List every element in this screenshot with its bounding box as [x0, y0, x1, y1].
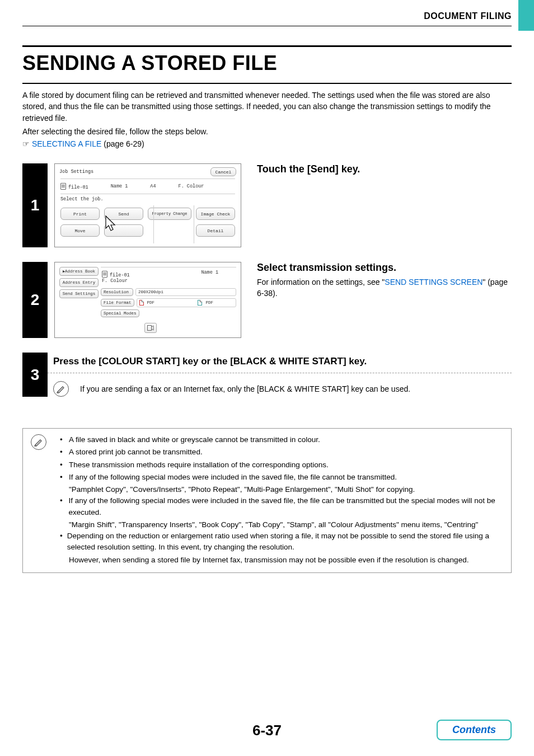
- intro-paragraph-1: A file stored by document filing can be …: [22, 90, 512, 124]
- resolution-button[interactable]: Resolution: [101, 288, 133, 296]
- s2-name: Name 1: [201, 270, 218, 278]
- pointer-icon: ☞: [22, 140, 30, 148]
- notes-box: •A file saved in black and white or grey…: [22, 428, 512, 573]
- note-icon: [31, 434, 46, 450]
- resolution-value: 200X200dpi: [135, 288, 236, 296]
- step-2: 2 ▶Address Book Address Entry Send Setti…: [22, 262, 512, 338]
- step-1-screenshot: Job Settings Cancel file-01 Name 1 A4 F.…: [54, 163, 241, 247]
- note-bullet-2: A stored print job cannot be transmitted…: [69, 447, 203, 458]
- dashed-rule: [48, 373, 512, 373]
- page-number: 6-37: [252, 722, 282, 739]
- step-1: 1 Job Settings Cancel file-01 Name 1 A4 …: [22, 163, 512, 247]
- detail-button[interactable]: Detail: [196, 224, 235, 237]
- s2-file: file-01: [110, 273, 130, 278]
- property-change-button[interactable]: Property Change: [148, 208, 191, 220]
- note-bullet-6: Depending on the reduction or enlargemen…: [67, 530, 503, 553]
- note-bullet-3: These transmission methods require insta…: [69, 459, 329, 471]
- title-rule-bottom: [22, 83, 512, 84]
- move-button[interactable]: Move: [60, 224, 100, 237]
- cancel-button[interactable]: Cancel: [210, 167, 236, 176]
- screen-title: Job Settings: [59, 169, 93, 175]
- pdf-icon: [139, 300, 144, 306]
- intro-paragraph-2: After selecting the desired file, follow…: [22, 126, 512, 137]
- svg-rect-0: [148, 326, 152, 331]
- step-2-title: Select transmission settings.: [257, 262, 512, 274]
- step-1-number: 1: [22, 163, 48, 247]
- send-button[interactable]: Send: [104, 208, 143, 220]
- xref-suffix: (page 6-29): [101, 139, 144, 148]
- section-header: DOCUMENT FILING: [22, 11, 512, 21]
- step-3-title: Press the [COLOUR START] key or the [BLA…: [53, 356, 367, 367]
- preview-icon-button[interactable]: [144, 323, 157, 333]
- print-button[interactable]: Print: [60, 208, 100, 220]
- file-icon: [102, 271, 107, 278]
- step-2-text: For information on the settings, see "SE…: [257, 277, 512, 299]
- send-settings-link[interactable]: SEND SETTINGS SCREEN: [385, 278, 483, 287]
- step-2-screenshot: ▶Address Book Address Entry Send Setting…: [54, 262, 241, 338]
- step-3: 3 Press the [COLOUR START] key or the [B…: [22, 353, 512, 397]
- file-size: A4: [150, 184, 156, 189]
- delete-button[interactable]: [104, 224, 143, 237]
- step-1-title: Touch the [Send] key.: [257, 163, 512, 175]
- note-bullet-5: If any of the following special modes we…: [68, 495, 503, 518]
- file-colour: F. Colour: [179, 184, 204, 189]
- step-2-number: 2: [22, 262, 48, 338]
- file-format-button[interactable]: File Format: [101, 299, 134, 307]
- cross-reference: ☞ SELECTING A FILE (page 6-29): [22, 139, 512, 149]
- special-modes-button[interactable]: Special Modes: [101, 309, 139, 317]
- address-book-tab[interactable]: ▶Address Book: [59, 267, 99, 276]
- file-name: file-01: [68, 185, 88, 190]
- xref-link[interactable]: SELECTING A FILE: [32, 139, 102, 148]
- pdf-icon: [198, 300, 202, 306]
- section-tab: [518, 0, 534, 31]
- image-check-button[interactable]: Image Check: [196, 208, 235, 220]
- step-3-number: 3: [22, 353, 48, 397]
- note-bullet-4-sub: "Pamphlet Copy", "Covers/Inserts", "Phot…: [60, 484, 503, 495]
- title-rule-top: [22, 45, 512, 47]
- contents-button[interactable]: Contents: [437, 720, 512, 740]
- file-format-value: PDF PDF: [137, 298, 236, 307]
- address-entry-tab[interactable]: Address Entry: [59, 278, 99, 287]
- screen-instruction: Select the job.: [58, 195, 237, 205]
- rule: [22, 26, 512, 26]
- note-bullet-5-sub: "Margin Shift", "Transparency Inserts", …: [60, 519, 503, 530]
- page-title: SENDING A STORED FILE: [22, 51, 512, 75]
- file-icon: [60, 183, 66, 190]
- note-bullet-4: If any of the following special modes we…: [69, 472, 397, 483]
- note-bullet-6-sub: However, when sending a stored file by I…: [60, 555, 503, 566]
- s2-colour: F. Colour: [101, 278, 236, 288]
- send-settings-tab[interactable]: Send Settings: [59, 289, 99, 298]
- step-3-note: If you are sending a fax or an Internet …: [80, 384, 410, 393]
- note-icon: [53, 381, 69, 397]
- note-bullet-1: A file saved in black and white or greys…: [69, 434, 320, 445]
- file-username: Name 1: [111, 184, 128, 189]
